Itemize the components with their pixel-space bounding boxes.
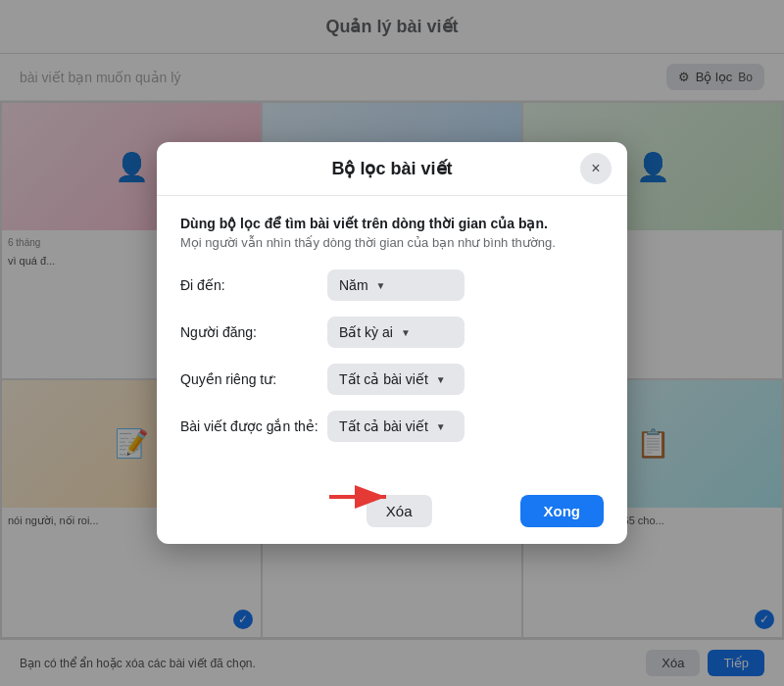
filter-label-tagged: Bài viết được gắn thẻ: bbox=[180, 418, 327, 434]
modal-close-button[interactable]: × bbox=[580, 153, 612, 184]
filter-select-tagged[interactable]: Tất cả bài viết ▼ bbox=[327, 411, 465, 442]
modal-title: Bộ lọc bài viết bbox=[176, 158, 608, 179]
filter-row-poster: Người đăng: Bất kỳ ai ▼ bbox=[180, 317, 604, 348]
filter-select-privacy-value: Tất cả bài viết bbox=[339, 371, 428, 387]
filter-select-privacy-arrow: ▼ bbox=[436, 374, 446, 385]
filter-select-tagged-value: Tất cả bài viết bbox=[339, 418, 428, 434]
filter-select-poster[interactable]: Bất kỳ ai ▼ bbox=[327, 317, 465, 348]
filter-select-poster-arrow: ▼ bbox=[401, 327, 411, 338]
filter-label-privacy: Quyền riêng tư: bbox=[180, 371, 327, 387]
filter-select-privacy[interactable]: Tất cả bài viết ▼ bbox=[327, 364, 465, 395]
filter-row-privacy: Quyền riêng tư: Tất cả bài viết ▼ bbox=[180, 364, 604, 395]
filter-row-tagged: Bài viết được gắn thẻ: Tất cả bài viết ▼ bbox=[180, 411, 604, 442]
filter-select-goto[interactable]: Năm ▼ bbox=[327, 270, 465, 301]
filter-label-goto: Đi đến: bbox=[180, 277, 327, 293]
modal-overlay: Bộ lọc bài viết × Dùng bộ lọc để tìm bài… bbox=[0, 0, 784, 686]
modal-description-sub: Mọi người vẫn nhìn thấy dòng thời gian c… bbox=[180, 235, 604, 250]
filter-select-goto-arrow: ▼ bbox=[376, 280, 386, 291]
filter-label-poster: Người đăng: bbox=[180, 324, 327, 340]
modal-footer: Xóa Xong bbox=[157, 477, 627, 544]
filter-select-poster-value: Bất kỳ ai bbox=[339, 324, 393, 340]
modal-body: Dùng bộ lọc để tìm bài viết trên dòng th… bbox=[157, 196, 627, 477]
filter-select-tagged-arrow: ▼ bbox=[436, 421, 446, 432]
modal-description-main: Dùng bộ lọc để tìm bài viết trên dòng th… bbox=[180, 216, 604, 231]
arrow-icon bbox=[329, 479, 398, 514]
arrow-indicator bbox=[329, 479, 398, 514]
modal-header: Bộ lọc bài viết × bbox=[157, 142, 627, 196]
filter-modal: Bộ lọc bài viết × Dùng bộ lọc để tìm bài… bbox=[157, 142, 627, 544]
filter-select-goto-value: Năm bbox=[339, 277, 368, 293]
filter-row-goto: Đi đến: Năm ▼ bbox=[180, 270, 604, 301]
modal-xong-button[interactable]: Xong bbox=[520, 495, 605, 527]
